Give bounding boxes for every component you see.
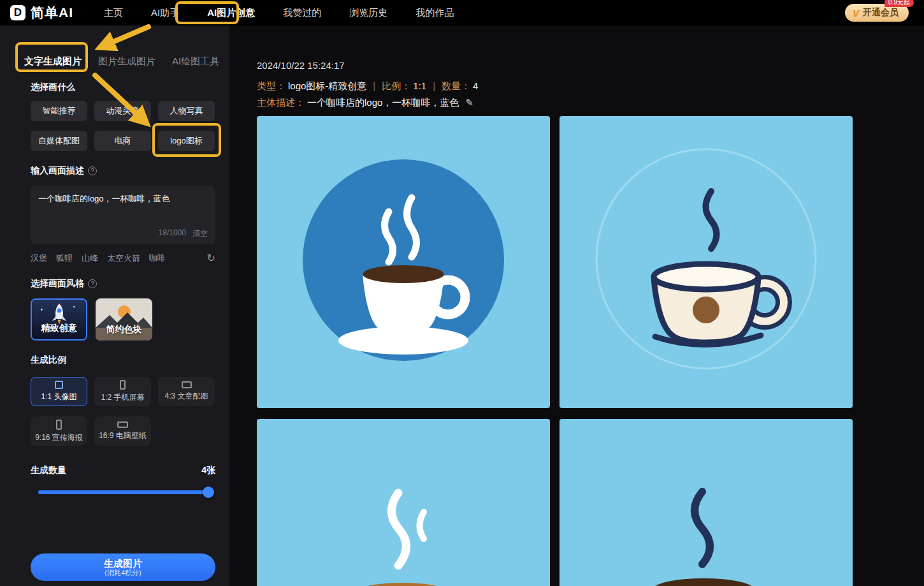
count-row: 生成数量 4张	[31, 465, 215, 476]
generated-image-4[interactable]	[559, 419, 853, 586]
category-logo-icon[interactable]: logo图标	[158, 131, 215, 151]
type-value: logo图标-精致创意	[288, 80, 366, 92]
style-card-fine-creative[interactable]: 精致创意	[31, 298, 87, 341]
prompt-input[interactable]: 一个咖啡店的logo，一杯咖啡，蓝色	[38, 193, 208, 224]
sidebar-tabs: 文字生成图片 图片生成图片 AI绘图工具	[24, 55, 229, 68]
ratio-label: 1:1 头像图	[41, 392, 76, 402]
what-title-text: 选择画什么	[31, 82, 75, 93]
category-anime-avatar[interactable]: 动漫头像	[94, 101, 151, 121]
info-icon[interactable]: ?	[88, 279, 97, 288]
clear-button[interactable]: 清空	[192, 228, 208, 239]
suggestion-mountain[interactable]: 山峰	[82, 253, 98, 264]
prompt-title-text: 输入画面描述	[31, 165, 84, 177]
description-row: 主体描述： 一个咖啡店的logo，一杯咖啡，蓝色 ✎	[257, 97, 924, 108]
generate-cost: (消耗4积分)	[105, 569, 141, 577]
section-title-ratio: 生成比例	[31, 355, 215, 366]
style-label-simple-blocks: 简约色块	[96, 324, 152, 335]
tab-text-to-image[interactable]: 文字生成图片	[24, 55, 82, 68]
ratio-label: 9:16 宣传海报	[35, 432, 83, 443]
frame-portrait-icon	[56, 420, 62, 430]
suggestion-coffee[interactable]: 咖啡	[149, 253, 166, 264]
style-label-fine-creative: 精致创意	[32, 323, 86, 334]
description-label: 主体描述：	[257, 97, 305, 108]
topbar: D 简单AI 主页 AI助手 AI图片创意 我赞过的 浏览历史 我的作品 0.9…	[0, 0, 924, 26]
app-logo[interactable]: D 简单AI	[10, 4, 73, 22]
vip-button-label: 开通会员	[863, 7, 899, 18]
count-value: 4张	[201, 465, 215, 476]
ratio-label: 1:2 手机屏幕	[101, 392, 144, 403]
generated-image-3[interactable]	[257, 419, 550, 586]
char-count: 18/1000	[159, 228, 186, 239]
nav-item-history[interactable]: 浏览历史	[349, 7, 387, 19]
generated-image-1[interactable]	[257, 116, 550, 408]
slider-handle[interactable]	[203, 487, 214, 498]
refresh-icon[interactable]: ↻	[207, 252, 215, 264]
section-title-style: 选择画面风格 ?	[31, 278, 215, 289]
generate-label: 生成图片	[104, 558, 142, 569]
sidebar-content: 选择画什么 智能推荐 动漫头像 人物写真 自媒体配图 电商 logo图标 输入画…	[31, 82, 215, 498]
generation-meta: 类型： logo图标-精致创意 | 比例： 1:1 | 数量： 4	[257, 80, 924, 92]
info-icon[interactable]: ?	[88, 166, 97, 175]
logo-icon: D	[10, 5, 25, 20]
logo-text: 简单AI	[31, 4, 73, 22]
sidebar: 文字生成图片 图片生成图片 AI绘图工具 选择画什么 智能推荐 动漫头像 人物写…	[0, 26, 229, 586]
ratio-1-1[interactable]: 1:1 头像图	[31, 377, 87, 406]
ratio-9-16[interactable]: 9:16 宣传海报	[31, 416, 87, 446]
vip-area: 0.9元起 V 开通会员	[845, 4, 909, 22]
description-value: 一个咖啡店的logo，一杯咖啡，蓝色	[307, 97, 459, 108]
category-media-image[interactable]: 自媒体配图	[31, 131, 87, 151]
frame-square-icon	[55, 381, 63, 389]
count-value: 4	[473, 80, 478, 92]
separator: |	[373, 80, 375, 92]
category-grid: 智能推荐 动漫头像 人物写真 自媒体配图 电商 logo图标	[31, 101, 215, 151]
results-area: 2024/10/22 15:24:17 类型： logo图标-精致创意 | 比例…	[229, 26, 924, 586]
category-ecommerce[interactable]: 电商	[94, 131, 151, 151]
generated-image-2[interactable]	[559, 116, 853, 408]
prompt-footer: 18/1000 清空	[159, 228, 208, 239]
suggestion-hamburger[interactable]: 汉堡	[31, 253, 47, 264]
nav-item-home[interactable]: 主页	[104, 7, 123, 19]
generation-timestamp: 2024/10/22 15:24:17	[257, 60, 924, 71]
main-nav: 主页 AI助手 AI图片创意 我赞过的 浏览历史 我的作品	[104, 7, 454, 19]
tab-ai-drawing-tools[interactable]: AI绘图工具	[172, 55, 219, 68]
ratio-16-9[interactable]: 16:9 电脑壁纸	[94, 416, 151, 446]
tab-image-to-image[interactable]: 图片生成图片	[98, 55, 155, 68]
nav-item-liked[interactable]: 我赞过的	[283, 7, 321, 19]
category-portrait[interactable]: 人物写真	[158, 101, 215, 121]
ratio-1-2[interactable]: 1:2 手机屏幕	[94, 377, 151, 406]
ratio-label: 4:3 文章配图	[164, 391, 208, 402]
section-title-prompt: 输入画面描述 ?	[31, 165, 215, 177]
separator: |	[433, 80, 435, 92]
vip-icon: V	[853, 8, 859, 18]
frame-wide-icon	[182, 381, 192, 388]
nav-item-ai-image-creation[interactable]: AI图片创意	[207, 7, 255, 19]
category-smart-recommend[interactable]: 智能推荐	[31, 101, 87, 121]
count-label: 数量：	[442, 80, 470, 92]
suggestion-rocket[interactable]: 太空火箭	[107, 253, 140, 264]
ratio-label: 16:9 电脑壁纸	[99, 430, 147, 441]
nav-item-my-works[interactable]: 我的作品	[415, 7, 454, 19]
prompt-box: 一个咖啡店的logo，一杯咖啡，蓝色 18/1000 清空	[31, 186, 215, 244]
ratio-4-3[interactable]: 4:3 文章配图	[158, 377, 215, 406]
style-card-simple-blocks[interactable]: 简约色块	[96, 298, 152, 341]
slider-track[interactable]	[38, 490, 210, 494]
style-title-text: 选择画面风格	[31, 278, 84, 289]
suggestion-row: 汉堡 狐狸 山峰 太空火箭 咖啡 ↻	[31, 252, 215, 264]
generate-button[interactable]: 生成图片 (消耗4积分)	[31, 553, 215, 581]
nav-item-ai-assistant[interactable]: AI助手	[151, 7, 179, 19]
ratio-title-text: 生成比例	[31, 355, 66, 366]
frame-landscape-icon	[117, 421, 128, 428]
vip-price-badge: 0.9元起	[884, 0, 914, 7]
style-row: 精致创意 简约色块	[31, 298, 215, 341]
ratio-grid: 1:1 头像图 1:2 手机屏幕 4:3 文章配图 9:16 宣传海报 16:9…	[31, 377, 215, 446]
count-title: 生成数量	[31, 465, 66, 476]
frame-tall-icon	[120, 380, 126, 390]
suggestion-fox[interactable]: 狐狸	[56, 253, 73, 264]
ratio-value: 1:1	[413, 80, 426, 92]
ratio-label: 比例：	[382, 80, 410, 92]
edit-icon[interactable]: ✎	[465, 97, 473, 108]
type-label: 类型：	[257, 80, 285, 92]
generated-image-grid	[257, 116, 924, 586]
section-title-what: 选择画什么	[31, 82, 215, 93]
count-slider[interactable]	[38, 487, 210, 498]
